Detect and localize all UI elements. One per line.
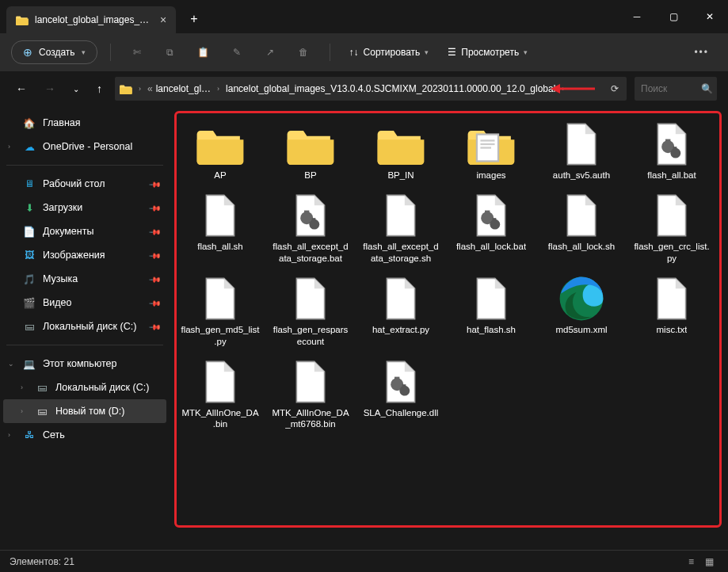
sidebar-network[interactable]: › 🖧 Сеть <box>3 423 166 447</box>
sidebar-documents[interactable]: 📄 Документы 📌 <box>3 219 166 243</box>
chevron-right-icon[interactable]: › <box>8 143 10 151</box>
paste-icon[interactable]: 📋 <box>190 39 217 66</box>
file-item[interactable]: auth_sv5.auth <box>539 117 624 184</box>
drive-icon: 🖴 <box>35 380 49 395</box>
up-button[interactable]: ↑ <box>92 78 107 100</box>
breadcrumb-item[interactable]: lancelot_global_images_V13.0.4.0.SJCMIXM… <box>226 83 555 94</box>
copy-icon[interactable]: ⧉ <box>157 39 184 66</box>
maximize-button[interactable]: ▢ <box>655 0 692 33</box>
music-icon: 🎵 <box>22 272 36 286</box>
view-icon: ☰ <box>448 47 456 58</box>
view-button[interactable]: ☰ Просмотреть ▾ <box>441 44 534 61</box>
file-icon <box>555 120 608 168</box>
cut-icon[interactable]: ✄ <box>124 39 151 66</box>
recent-chevron-icon[interactable]: ⌄ <box>68 80 84 98</box>
file-icon <box>284 275 337 322</box>
rename-icon[interactable]: ✎ <box>223 39 250 66</box>
file-item[interactable]: misc.txt <box>629 272 715 350</box>
chevron-right-icon: › <box>135 85 144 93</box>
close-button[interactable]: ✕ <box>692 0 728 33</box>
create-button[interactable]: ⊕ Создать ▾ <box>11 40 97 64</box>
file-item[interactable]: flash_all.sh <box>177 189 263 267</box>
file-item[interactable]: flash_all_except_data_storage.sh <box>358 189 444 267</box>
sidebar-pictures[interactable]: 🖼 Изображения 📌 <box>3 243 166 267</box>
file-item[interactable]: hat_extract.py <box>358 272 444 350</box>
file-item[interactable]: flash_all_lock.bat <box>448 189 534 267</box>
svg-marker-15 <box>551 84 560 93</box>
forward-button[interactable]: → <box>40 78 60 100</box>
refresh-icon[interactable]: ⟳ <box>608 80 622 97</box>
file-name: flash_all_lock.bat <box>456 241 526 252</box>
search-box[interactable]: 🔍 <box>635 77 717 101</box>
view-label: Просмотреть <box>461 47 519 58</box>
back-button[interactable]: ← <box>11 78 32 100</box>
blank-icon <box>653 193 691 238</box>
icons-view-icon[interactable]: ▦ <box>700 555 718 569</box>
sidebar-disk-c[interactable]: 🖴 Локальный диск (C:) 📌 <box>3 315 166 338</box>
file-name: flash_all.bat <box>647 170 696 181</box>
file-item[interactable]: flash_all_lock.sh <box>539 189 624 267</box>
status-bar: Элементов: 21 ≡ ▦ <box>0 550 728 572</box>
file-item[interactable]: flash_all.bat <box>629 117 715 184</box>
blank-icon <box>201 276 239 322</box>
close-tab-icon[interactable]: × <box>160 13 166 26</box>
file-item[interactable]: BP_IN <box>358 117 444 184</box>
file-item[interactable]: images <box>448 117 534 184</box>
pin-icon: 📌 <box>149 320 162 333</box>
address-bar[interactable]: › « lancelot_gl… › lancelot_global_image… <box>115 77 627 101</box>
file-icon <box>374 275 428 322</box>
blank-icon <box>201 359 239 405</box>
sidebar-desktop[interactable]: 🖥 Рабочий стол 📌 <box>3 172 166 196</box>
sidebar-downloads[interactable]: ⬇ Загрузки 📌 <box>3 196 166 219</box>
file-item[interactable]: hat_flash.sh <box>448 272 534 350</box>
details-view-icon[interactable]: ≡ <box>684 555 699 569</box>
title-bar: lancelot_global_images_V13.0 × + ─ ▢ ✕ <box>0 0 728 33</box>
overflow-button[interactable]: ••• <box>686 44 717 61</box>
file-icon <box>374 192 428 239</box>
active-tab[interactable]: lancelot_global_images_V13.0 × <box>6 6 176 33</box>
breadcrumb-item[interactable]: lancelot_gl… <box>156 83 211 94</box>
drive-icon: 🖴 <box>22 319 36 334</box>
sidebar-onedrive[interactable]: › ☁ OneDrive - Personal <box>3 135 166 158</box>
file-item[interactable]: SLA_Challenge.dll <box>358 355 444 433</box>
minimize-button[interactable]: ─ <box>619 0 655 33</box>
sidebar-disk-d[interactable]: › 🖴 Новый том (D:) <box>3 399 166 423</box>
sidebar-music[interactable]: 🎵 Музыка 📌 <box>3 267 166 291</box>
file-item[interactable]: flash_gen_crc_list.py <box>629 189 715 267</box>
file-item[interactable]: MTK_AllInOne_DA_mt6768.bin <box>268 355 353 433</box>
sidebar-disk-c[interactable]: › 🖴 Локальный диск (C:) <box>3 376 166 399</box>
sidebar-home[interactable]: 🏠 Главная <box>3 111 166 135</box>
file-item[interactable]: flash_gen_resparsecount <box>268 272 353 350</box>
sidebar-videos[interactable]: 🎬 Видео 📌 <box>3 291 166 315</box>
sidebar-label: Главная <box>43 117 81 128</box>
chevron-down-icon: ▾ <box>425 48 429 56</box>
search-input[interactable] <box>641 83 696 94</box>
chevron-down-icon[interactable]: ⌄ <box>8 360 14 368</box>
file-item[interactable]: flash_gen_md5_list.py <box>177 272 263 350</box>
file-name: MTK_AllInOne_DA_mt6768.bin <box>271 407 350 430</box>
delete-icon[interactable]: 🗑 <box>290 39 317 66</box>
sort-button[interactable]: ↑↓ Сортировать ▾ <box>343 44 436 61</box>
file-item[interactable]: md5sum.xml <box>539 272 624 350</box>
drive-icon: 🖴 <box>35 404 49 418</box>
pin-icon: 📌 <box>149 273 162 285</box>
chevron-right-icon[interactable]: › <box>8 431 10 439</box>
chevron-right-icon: › <box>214 85 223 93</box>
file-area[interactable]: APBPBP_INimagesauth_sv5.authflash_all.ba… <box>170 106 728 550</box>
file-item[interactable]: AP <box>177 117 263 184</box>
sidebar-this-pc[interactable]: ⌄ 💻 Этот компьютер <box>3 352 166 376</box>
file-icon <box>374 358 428 406</box>
file-item[interactable]: BP <box>268 117 353 184</box>
share-icon[interactable]: ↗ <box>257 39 284 66</box>
file-name: flash_gen_resparsecount <box>271 324 350 347</box>
bat-icon <box>382 359 420 405</box>
pin-icon: 📌 <box>149 296 162 309</box>
chevron-down-icon: ▾ <box>524 48 528 56</box>
new-tab-button[interactable]: + <box>184 9 204 29</box>
file-name: flash_all_except_data_storage.sh <box>361 241 440 264</box>
file-item[interactable]: flash_all_except_data_storage.bat <box>268 189 353 267</box>
folder-icon <box>375 124 426 165</box>
chevron-right-icon[interactable]: › <box>21 383 23 391</box>
chevron-right-icon[interactable]: › <box>21 407 23 415</box>
file-item[interactable]: MTK_AllInOne_DA.bin <box>177 355 263 433</box>
